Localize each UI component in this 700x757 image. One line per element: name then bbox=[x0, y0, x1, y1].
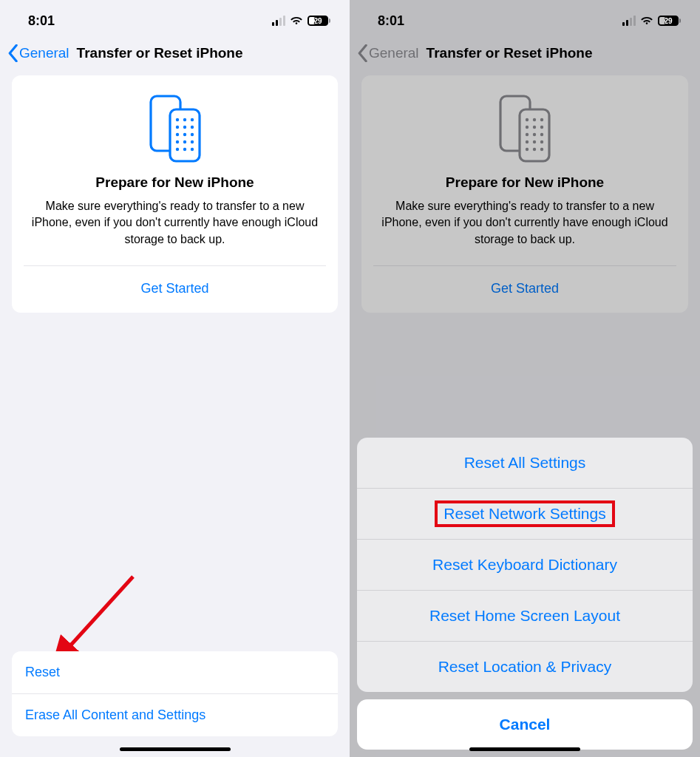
erase-all-button[interactable]: Erase All Content and Settings bbox=[12, 693, 338, 736]
svg-line-17 bbox=[59, 577, 133, 658]
svg-point-15 bbox=[183, 148, 186, 151]
svg-point-3 bbox=[183, 118, 186, 121]
status-right: 29 bbox=[272, 16, 330, 26]
reset-home-screen-layout-option[interactable]: Reset Home Screen Layout bbox=[357, 590, 693, 641]
reset-action-sheet: Reset All Settings Reset Network Setting… bbox=[357, 438, 693, 750]
reset-all-settings-option[interactable]: Reset All Settings bbox=[357, 438, 693, 488]
svg-point-7 bbox=[190, 126, 193, 129]
reset-location-privacy-option[interactable]: Reset Location & Privacy bbox=[357, 641, 693, 692]
svg-point-9 bbox=[183, 133, 186, 136]
home-indicator bbox=[120, 747, 231, 751]
svg-point-13 bbox=[190, 140, 193, 143]
svg-point-12 bbox=[183, 140, 186, 143]
svg-point-8 bbox=[175, 133, 178, 136]
svg-point-5 bbox=[175, 126, 178, 129]
reset-keyboard-dictionary-option[interactable]: Reset Keyboard Dictionary bbox=[357, 539, 693, 590]
card-description: Make sure everything's ready to transfer… bbox=[27, 191, 323, 248]
card-title: Prepare for New iPhone bbox=[27, 174, 323, 191]
nav-bar: General Transfer or Reset iPhone bbox=[0, 35, 350, 72]
screen-left: 8:01 29 General Transfer or Reset iPhone bbox=[0, 0, 350, 757]
reset-button[interactable]: Reset bbox=[12, 651, 338, 693]
reset-network-settings-option[interactable]: Reset Network Settings bbox=[357, 488, 693, 539]
chevron-left-icon bbox=[7, 44, 19, 62]
transfer-phones-icon bbox=[27, 93, 323, 164]
get-started-button[interactable]: Get Started bbox=[12, 266, 338, 313]
sheet-options: Reset All Settings Reset Network Setting… bbox=[357, 438, 693, 692]
back-label: General bbox=[19, 45, 69, 61]
cellular-signal-icon bbox=[272, 16, 285, 26]
annotation-highlight: Reset Network Settings bbox=[435, 500, 614, 527]
screen-right: 8:01 29 General Transfer or Reset iPhone bbox=[350, 0, 700, 757]
svg-point-6 bbox=[183, 126, 186, 129]
page-title: Transfer or Reset iPhone bbox=[77, 45, 243, 61]
home-indicator bbox=[469, 747, 580, 751]
status-time: 8:01 bbox=[28, 13, 55, 29]
cancel-button[interactable]: Cancel bbox=[357, 699, 693, 750]
battery-icon: 29 bbox=[307, 16, 330, 26]
wifi-icon bbox=[290, 16, 303, 26]
bottom-options: Reset Erase All Content and Settings bbox=[12, 651, 338, 736]
status-bar: 8:01 29 bbox=[0, 0, 350, 35]
svg-point-16 bbox=[190, 148, 193, 151]
prepare-card: Prepare for New iPhone Make sure everyth… bbox=[12, 75, 338, 313]
back-button[interactable]: General bbox=[7, 44, 69, 62]
svg-point-4 bbox=[190, 118, 193, 121]
svg-point-2 bbox=[175, 118, 178, 121]
svg-point-14 bbox=[175, 148, 178, 151]
svg-point-11 bbox=[175, 140, 178, 143]
svg-point-10 bbox=[190, 133, 193, 136]
